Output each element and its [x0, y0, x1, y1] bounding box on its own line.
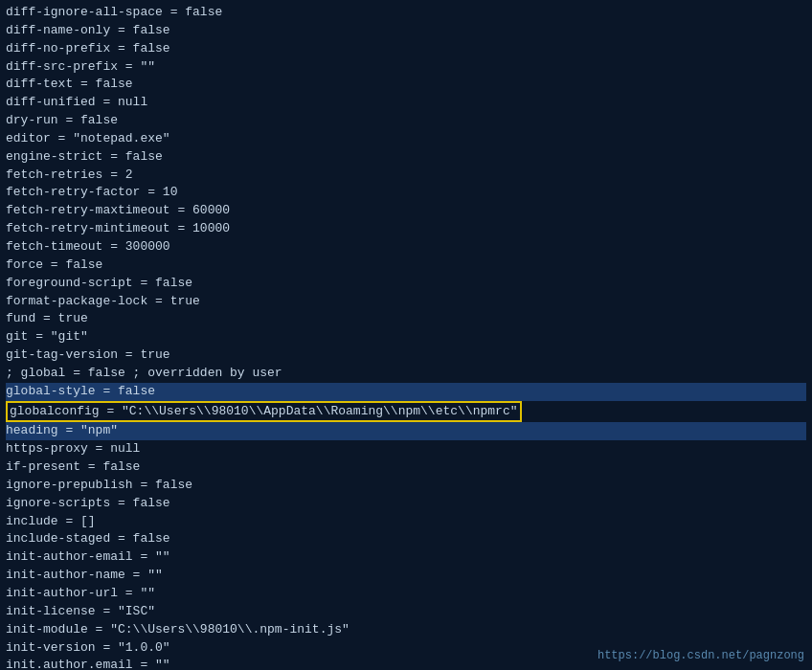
line-18: git = "git": [6, 328, 806, 346]
line-25: if-present = false: [6, 458, 806, 477]
line-17: fund = true: [6, 310, 806, 328]
line-23: heading = "npm": [6, 422, 806, 440]
line-9: fetch-retries = 2: [6, 167, 806, 185]
line-30: init-author-email = "": [6, 548, 806, 567]
terminal-window: diff-ignore-all-space = falsediff-name-o…: [0, 0, 812, 670]
line-11: fetch-retry-maxtimeout = 60000: [6, 202, 806, 220]
line-8: engine-strict = false: [6, 148, 806, 167]
line-20: ; global = false ; overridden by user: [6, 365, 806, 383]
line-28: include = []: [6, 513, 806, 531]
line-10: fetch-retry-factor = 10: [6, 184, 806, 202]
line-3: diff-src-prefix = "": [6, 58, 806, 77]
line-32: init-author-url = "": [6, 585, 806, 603]
line-6: dry-run = false: [6, 112, 806, 130]
highlighted-text: globalconfig = "C:\\Users\\98010\\AppDat…: [6, 401, 522, 423]
line-2: diff-no-prefix = false: [6, 40, 806, 58]
watermark: https://blog.csdn.net/pagnzong: [598, 649, 804, 662]
line-16: format-package-lock = true: [6, 293, 806, 311]
line-27: ignore-scripts = false: [6, 495, 806, 513]
line-29: include-staged = false: [6, 530, 806, 548]
line-24: https-proxy = null: [6, 440, 806, 458]
line-19: git-tag-version = true: [6, 346, 806, 365]
line-26: ignore-prepublish = false: [6, 477, 806, 495]
line-34: init-module = "C:\\Users\\98010\\.npm-in…: [6, 621, 806, 639]
line-15: foreground-script = false: [6, 275, 806, 293]
line-33: init-license = "ISC": [6, 603, 806, 621]
line-12: fetch-retry-mintimeout = 10000: [6, 220, 806, 238]
line-31: init-author-name = "": [6, 567, 806, 585]
line-7: editor = "notepad.exe": [6, 130, 806, 148]
line-4: diff-text = false: [6, 76, 806, 94]
line-0: diff-ignore-all-space = false: [6, 4, 806, 22]
line-21: global-style = false: [6, 383, 806, 401]
line-5: diff-unified = null: [6, 94, 806, 112]
line-1: diff-name-only = false: [6, 22, 806, 40]
line-14: force = false: [6, 257, 806, 275]
line-13: fetch-timeout = 300000: [6, 238, 806, 257]
line-22: globalconfig = "C:\\Users\\98010\\AppDat…: [6, 401, 806, 423]
